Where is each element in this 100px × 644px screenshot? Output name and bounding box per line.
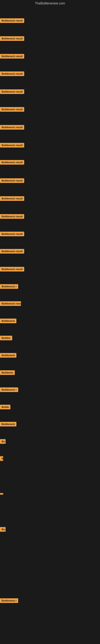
bottleneck-badge[interactable]: Bottleneck result [0,249,24,254]
bottleneck-badge[interactable]: Bottleneck result [0,143,24,148]
bottleneck-item: Bottleneck [0,318,16,324]
bottleneck-item: Bottleneck result [0,232,24,237]
bottleneck-item: Bottleneck resu [0,301,21,307]
bottleneck-badge[interactable]: Bottleneck result [0,196,24,201]
bottleneck-item: Bottleneck result [0,72,24,77]
bottleneck-item: Bottleneck r [0,598,18,604]
bottleneck-badge[interactable]: Bottleneck result [0,72,24,76]
bottleneck-item: Bottleneck result [0,196,24,202]
bottleneck-item: B [0,456,3,462]
bottleneck-item: Bottleneck result [0,89,24,95]
bottleneck-badge[interactable]: Bottleneck r [0,598,18,603]
bottleneck-item: Bottleneck result [0,107,24,112]
bottleneck-badge[interactable]: B [0,456,3,461]
bottleneck-badge[interactable]: Bottleneck [0,353,16,358]
bottleneck-item: Bottleneck [0,422,16,427]
bottleneck-badge[interactable]: Bottleneck result [0,89,24,94]
bottleneck-badge[interactable]: Bottleneck result [0,232,24,236]
bottleneck-item: Bottlenec [0,370,15,376]
bottleneck-badge[interactable]: Bottleneck result [0,18,24,23]
bottleneck-badge[interactable]: Bottleneck r [0,284,18,289]
bottleneck-item: Bottleneck [0,353,16,358]
bottleneck-item: Bottleneck result [0,249,24,254]
bottleneck-badge[interactable]: Bottleneck result [0,214,24,219]
bottleneck-item: Bottlen [0,336,12,341]
bottleneck-item: Bottleneck r [0,284,18,290]
bottleneck-badge[interactable]: Bo [0,527,6,532]
bottleneck-badge[interactable]: Bottleneck result [0,160,24,164]
bottleneck-badge[interactable] [0,493,3,495]
bottleneck-item: Bottleneck result [0,125,24,130]
bottleneck-item: Bo [0,439,6,444]
bottleneck-badge[interactable]: Bottle [0,405,10,409]
site-title: TheBottlenecker.com [0,0,100,7]
bottleneck-item: Bottleneck r [0,388,18,393]
bottleneck-badge[interactable]: Bottleneck result [0,125,24,130]
bottleneck-item: Bottleneck result [0,267,24,272]
bottleneck-badge[interactable]: Bottleneck resu [0,301,21,306]
bottleneck-badge[interactable]: Bottleneck result [0,54,24,58]
bottleneck-item: Bottleneck result [0,178,24,184]
bottleneck-badge[interactable]: Bottleneck result [0,107,24,112]
bottleneck-item: Bottleneck result [0,160,24,166]
bottleneck-item: Bottleneck result [0,143,24,148]
bottleneck-badge[interactable]: Bottlenec [0,370,15,375]
bottleneck-badge[interactable]: Bottleneck result [0,178,24,183]
bottleneck-badge[interactable]: Bottleneck result [0,36,24,41]
bottleneck-item [0,492,3,496]
bottleneck-item: Bottleneck result [0,36,24,42]
bottleneck-badge[interactable]: Bottleneck result [0,267,24,272]
bottleneck-badge[interactable]: Bo [0,439,6,444]
bottleneck-item: Bo [0,527,6,532]
bottleneck-badge[interactable]: Bottleneck r [0,388,18,392]
bottleneck-item: Bottle [0,405,10,410]
bottleneck-item: Bottleneck result [0,54,24,59]
bottleneck-badge[interactable]: Bottleneck [0,318,16,323]
bottleneck-badge[interactable]: Bottlen [0,336,12,340]
bottleneck-item: Bottleneck result [0,214,24,220]
bottleneck-badge[interactable]: Bottleneck [0,422,16,426]
bottleneck-item: Bottleneck result [0,18,24,24]
